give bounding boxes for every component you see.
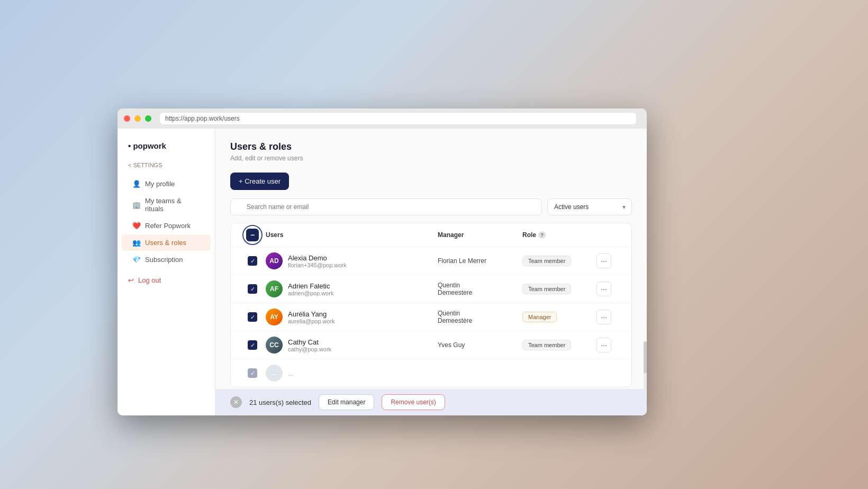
user-info: Cathy Cat cathy@pop.work xyxy=(288,338,331,352)
logout-button[interactable]: ↩ Log out xyxy=(117,272,215,288)
actions-cell: ··· xyxy=(596,253,623,268)
avatar: ... xyxy=(266,365,283,382)
page-subtitle: Add, edit or remove users xyxy=(230,155,632,162)
settings-back[interactable]: < SETTINGS xyxy=(117,159,215,171)
close-selection-button[interactable]: ✕ xyxy=(230,396,242,408)
user-info: Aurélia Yang aurelia@pop.work xyxy=(288,310,335,324)
edit-manager-button[interactable]: Edit manager xyxy=(319,394,374,410)
profile-icon: 👤 xyxy=(132,180,141,188)
minimize-button[interactable] xyxy=(134,115,141,122)
filters-row: 🔍 Active users Inactive users All users … xyxy=(230,198,632,215)
actions-cell: ··· xyxy=(596,310,623,324)
master-checkbox[interactable]: − xyxy=(246,229,259,241)
row-checkbox-cell[interactable] xyxy=(239,256,266,266)
close-button[interactable] xyxy=(124,115,130,122)
more-actions-button[interactable]: ··· xyxy=(596,338,611,352)
role-cell: Manager xyxy=(522,312,596,322)
url-bar[interactable]: https://app.pop.work/users xyxy=(160,113,636,124)
user-name: Aurélia Yang xyxy=(288,310,335,318)
edit-manager-label: Edit manager xyxy=(328,399,365,406)
sidebar-item-users-roles[interactable]: 👥 Users & roles xyxy=(122,234,211,251)
user-info: ... xyxy=(288,369,294,377)
role-info-icon[interactable]: ? xyxy=(538,231,546,239)
role-cell: Team member xyxy=(522,256,596,266)
actions-cell: ··· xyxy=(596,282,623,296)
sidebar: • popwork < SETTINGS 👤 My profile 🏢 My t… xyxy=(117,129,215,415)
scrollbar-thumb[interactable] xyxy=(644,341,647,373)
remove-users-button[interactable]: Remove user(s) xyxy=(382,394,445,410)
table-row: CC Cathy Cat cathy@pop.work Yves Guy Tea… xyxy=(231,331,631,359)
browser-window: https://app.pop.work/users • popwork < S… xyxy=(117,108,647,415)
maximize-button[interactable] xyxy=(145,115,151,122)
bottom-action-bar: ✕ 21 users(s) selected Edit manager Remo… xyxy=(215,389,647,415)
user-name: Cathy Cat xyxy=(288,338,331,346)
sidebar-item-refer[interactable]: ❤️ Refer Popwork xyxy=(122,218,211,234)
more-actions-button[interactable]: ··· xyxy=(596,253,611,268)
users-icon: 👥 xyxy=(132,239,141,247)
sidebar-item-label: Refer Popwork xyxy=(145,222,191,230)
manager-name: QuentinDemeestere xyxy=(438,282,522,296)
subscription-icon: 💎 xyxy=(132,256,141,264)
users-table: − Users Manager Role ? xyxy=(230,223,632,387)
title-bar: https://app.pop.work/users xyxy=(117,108,647,129)
logout-label: Log out xyxy=(138,276,161,284)
row-checkbox-cell[interactable] xyxy=(239,284,266,294)
user-email: cathy@pop.work xyxy=(288,346,331,352)
row-checkbox xyxy=(248,368,257,378)
sidebar-item-subscription[interactable]: 💎 Subscription xyxy=(122,251,211,268)
heart-icon: ❤️ xyxy=(132,222,141,230)
row-checkbox-cell xyxy=(239,368,266,378)
manager-name: Yves Guy xyxy=(438,341,522,349)
more-actions-button[interactable]: ··· xyxy=(596,282,611,296)
row-checkbox-cell[interactable] xyxy=(239,340,266,350)
role-badge: Team member xyxy=(522,340,571,350)
remove-users-label: Remove user(s) xyxy=(391,399,436,406)
sidebar-item-label: My teams & rituals xyxy=(145,197,200,213)
col-header-role: Role ? xyxy=(522,231,596,239)
table-row: ... ... xyxy=(231,359,631,387)
sidebar-item-label: Subscription xyxy=(145,256,183,264)
user-email: adrien@pop.work xyxy=(288,290,333,296)
role-cell: Team member xyxy=(522,284,596,294)
row-checkbox[interactable] xyxy=(248,256,257,266)
main-content: Users & roles Add, edit or remove users … xyxy=(215,129,647,415)
sidebar-item-my-teams[interactable]: 🏢 My teams & rituals xyxy=(122,193,211,217)
active-users-filter-wrapper: Active users Inactive users All users ▼ xyxy=(547,198,632,215)
table-header: − Users Manager Role ? xyxy=(231,223,631,247)
user-name: Adrien Faletic xyxy=(288,282,333,290)
user-cell: AD Alexia Demo florian+345@pop.work xyxy=(266,252,438,269)
manager-name: QuentinDemeestère xyxy=(438,310,522,324)
create-user-label: + Create user xyxy=(239,177,281,185)
create-user-button[interactable]: + Create user xyxy=(230,173,289,190)
app-logo: • popwork xyxy=(117,137,215,159)
table-row: AF Adrien Faletic adrien@pop.work Quenti… xyxy=(231,275,631,303)
role-badge: Team member xyxy=(522,256,571,266)
page-title: Users & roles xyxy=(230,141,632,152)
browser-content: • popwork < SETTINGS 👤 My profile 🏢 My t… xyxy=(117,129,647,415)
avatar: AD xyxy=(266,252,283,269)
sidebar-item-my-profile[interactable]: 👤 My profile xyxy=(122,176,211,192)
user-email: aurelia@pop.work xyxy=(288,318,335,324)
user-name: Alexia Demo xyxy=(288,254,347,262)
row-checkbox[interactable] xyxy=(248,340,257,350)
logout-icon: ↩ xyxy=(128,276,134,284)
active-users-filter[interactable]: Active users Inactive users All users xyxy=(547,198,632,215)
user-info: Adrien Faletic adrien@pop.work xyxy=(288,282,333,296)
teams-icon: 🏢 xyxy=(132,201,141,209)
avatar: CC xyxy=(266,337,283,354)
user-cell: CC Cathy Cat cathy@pop.work xyxy=(266,337,438,354)
col-header-manager: Manager xyxy=(438,231,522,239)
selected-count: 21 users(s) selected xyxy=(249,399,311,406)
actions-cell: ··· xyxy=(596,338,623,352)
row-checkbox-cell[interactable] xyxy=(239,312,266,322)
master-checkbox-cell[interactable]: − xyxy=(239,229,266,241)
more-actions-button[interactable]: ··· xyxy=(596,310,611,324)
row-checkbox[interactable] xyxy=(248,312,257,322)
sidebar-item-label: Users & roles xyxy=(145,239,186,247)
role-cell: Team member xyxy=(522,340,596,350)
url-text: https://app.pop.work/users xyxy=(165,115,240,122)
search-input[interactable] xyxy=(230,198,542,215)
row-checkbox[interactable] xyxy=(248,284,257,294)
checkbox-circle-indicator xyxy=(242,225,263,245)
search-wrapper: 🔍 xyxy=(230,198,542,215)
